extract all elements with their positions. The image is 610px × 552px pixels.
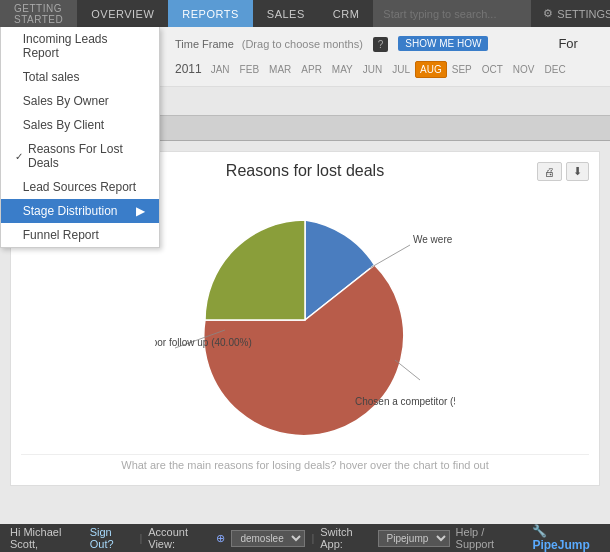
check-icon	[15, 72, 18, 83]
chart-subtext: What are the main reasons for losing dea…	[21, 454, 589, 475]
dropdown-item-sales-by-owner[interactable]: Sales By Owner	[1, 89, 159, 113]
timeframe-row: Time Frame (Drag to choose months) ? SHO…	[175, 35, 595, 52]
svg-line-0	[370, 245, 410, 268]
month-nov[interactable]: NOV	[508, 61, 540, 78]
account-view-label: Account View:	[148, 526, 210, 550]
dropdown-item-incoming-leads[interactable]: Incoming Leads Report	[1, 27, 159, 65]
check-icon	[15, 41, 18, 52]
month-jun[interactable]: JUN	[358, 61, 387, 78]
show-me-how-button[interactable]: SHOW ME HOW	[398, 36, 488, 51]
month-jan[interactable]: JAN	[206, 61, 235, 78]
nav-overview[interactable]: OVERVIEW	[77, 0, 168, 27]
month-feb[interactable]: FEB	[235, 61, 264, 78]
bottom-bar: Hi Michael Scott, Sign Out? | Account Vi…	[0, 524, 610, 552]
dropdown-item-funnel-report[interactable]: Funnel Report	[1, 223, 159, 247]
svg-text:Poor follow up (40.00%): Poor follow up (40.00%)	[155, 337, 252, 348]
nav-getting-started[interactable]: GETTING STARTED	[0, 0, 77, 27]
search-input[interactable]	[373, 0, 531, 27]
month-oct[interactable]: OCT	[477, 61, 508, 78]
check-icon	[15, 206, 18, 217]
chart-actions: 🖨 ⬇	[537, 162, 589, 181]
month-sep[interactable]: SEP	[447, 61, 477, 78]
nav-reports[interactable]: REPORTS	[168, 0, 252, 27]
gear-icon: ⚙	[543, 7, 553, 20]
timeframe-label: Time Frame (Drag to choose months) ?	[175, 35, 388, 52]
nav-settings[interactable]: ⚙ SETTINGS	[531, 0, 610, 27]
month-may[interactable]: MAY	[327, 61, 358, 78]
check-icon	[15, 230, 18, 241]
nav-crm[interactable]: CRM	[319, 0, 374, 27]
svg-line-2	[395, 360, 420, 380]
svg-text:We were too expensive (10.00%): We were too expensive (10.00%)	[413, 234, 455, 245]
dropdown-item-total-sales[interactable]: Total sales	[1, 65, 159, 89]
year-label: 2011	[175, 62, 202, 76]
app-select[interactable]: Pipejump	[378, 530, 450, 547]
nav-sales[interactable]: SALES	[253, 0, 319, 27]
account-view-icon: ⊕	[216, 532, 225, 545]
month-aug[interactable]: AUG	[415, 61, 447, 78]
check-icon	[15, 120, 18, 131]
check-icon	[15, 182, 18, 193]
help-support-link[interactable]: Help / Support	[456, 526, 519, 550]
dropdown-item-lead-sources[interactable]: Lead Sources Report	[1, 175, 159, 199]
download-button[interactable]: ⬇	[566, 162, 589, 181]
check-icon	[15, 96, 18, 107]
pipejump-pipe-icon: 🔧	[532, 524, 547, 538]
month-mar[interactable]: MAR	[264, 61, 296, 78]
for-label: For	[558, 36, 578, 51]
dropdown-item-reasons-lost[interactable]: ✓ Reasons For Lost Deals	[1, 137, 159, 175]
dropdown-item-stage-distribution[interactable]: Stage Distribution ▶	[1, 199, 159, 223]
check-icon: ✓	[15, 151, 23, 162]
sign-out-link[interactable]: Sign Out?	[90, 526, 134, 550]
user-greeting: Hi Michael Scott,	[10, 526, 84, 550]
reports-dropdown-menu: Incoming Leads Report Total sales Sales …	[0, 27, 160, 248]
top-nav: GETTING STARTED OVERVIEW REPORTS SALES C…	[0, 0, 610, 27]
pipejump-logo: 🔧 PipeJump	[532, 524, 600, 552]
arrow-right-icon: ▶	[136, 204, 145, 218]
month-jul[interactable]: JUL	[387, 61, 415, 78]
switch-app-label: Switch App:	[320, 526, 371, 550]
print-button[interactable]: 🖨	[537, 162, 562, 181]
svg-text:Chosen a competitor (50.00%): Chosen a competitor (50.00%)	[355, 396, 455, 407]
month-dec[interactable]: DEC	[540, 61, 571, 78]
account-select[interactable]: demoslee	[231, 530, 305, 547]
month-apr[interactable]: APR	[296, 61, 327, 78]
dropdown-item-sales-by-client[interactable]: Sales By Client	[1, 113, 159, 137]
pie-chart-svg: We were too expensive (10.00%) Chosen a …	[155, 200, 455, 440]
